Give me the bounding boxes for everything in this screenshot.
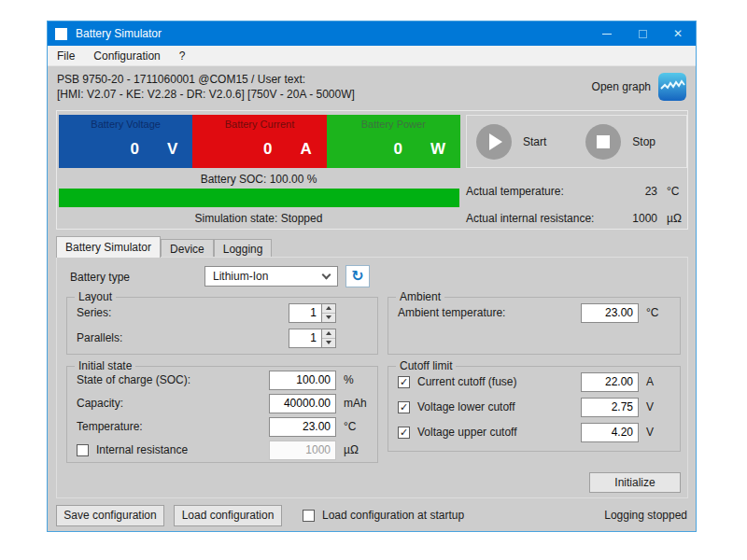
battery-power-unit: W <box>430 140 445 159</box>
device-header: PSB 9750-20 - 1711060001 @COM15 / User t… <box>48 67 696 106</box>
actual-temperature-row: Actual temperature: 23 °C <box>466 179 687 203</box>
start-button[interactable]: Start <box>476 124 546 160</box>
battery-power-value: 0 <box>393 140 402 159</box>
current-cutoff-row: Current cutoff (fuse) A <box>398 371 670 392</box>
battery-soc-label: Battery SOC: 100.00 % <box>57 173 460 186</box>
capacity-unit: mAh <box>336 397 368 410</box>
series-input[interactable] <box>289 303 322 323</box>
battery-type-value: Lithium-Ion <box>213 270 268 283</box>
ambient-group-title: Ambient <box>396 290 444 303</box>
voltage-lower-cutoff-checkbox[interactable] <box>398 401 410 413</box>
battery-power-title: Battery Power <box>327 115 460 130</box>
menu-configuration[interactable]: Configuration <box>84 46 169 65</box>
battery-voltage-title: Battery Voltage <box>59 115 192 130</box>
logging-status: Logging stopped <box>604 509 687 522</box>
ambient-temperature-row: Ambient temperature: °C <box>398 302 670 323</box>
actual-temperature-value: 23 <box>616 185 657 198</box>
voltage-upper-cutoff-unit: V <box>639 426 670 439</box>
tab-device[interactable]: Device <box>161 239 214 258</box>
battery-simulator-tab-panel: Battery type Lithium-Ion ↻ Layout Series… <box>56 257 688 498</box>
temperature-input[interactable] <box>269 417 336 437</box>
battery-type-dropdown[interactable]: Lithium-Ion <box>204 266 338 287</box>
minimize-button[interactable] <box>589 21 625 46</box>
tab-logging[interactable]: Logging <box>214 239 273 258</box>
open-graph-label: Open graph <box>592 80 651 93</box>
internal-resistance-unit: µΩ <box>336 443 368 456</box>
ambient-temperature-unit: °C <box>639 306 670 319</box>
battery-current-title: Battery Current <box>192 115 326 130</box>
soc-input[interactable] <box>269 371 336 390</box>
ambient-temperature-input[interactable] <box>581 303 639 323</box>
ambient-temperature-label: Ambient temperature: <box>398 306 581 319</box>
stop-icon <box>585 124 621 160</box>
voltage-lower-cutoff-input[interactable] <box>581 398 639 417</box>
load-configuration-button[interactable]: Load configuration <box>174 505 282 526</box>
initialize-button[interactable]: Initialize <box>589 472 681 493</box>
menu-file[interactable]: File <box>48 46 84 65</box>
current-cutoff-unit: A <box>639 375 670 388</box>
app-icon <box>55 28 67 40</box>
voltage-lower-cutoff-label: Voltage lower cutoff <box>417 400 515 413</box>
series-up-button[interactable] <box>322 304 335 314</box>
temperature-label: Temperature: <box>77 420 269 433</box>
save-configuration-button[interactable]: Save configuration <box>56 505 164 526</box>
voltage-upper-cutoff-checkbox[interactable] <box>398 427 410 439</box>
layout-group: Layout Series: Parallels: <box>66 297 378 355</box>
internal-resistance-checkbox[interactable] <box>77 444 89 456</box>
parallels-label: Parallels: <box>77 331 289 344</box>
startup-checkbox[interactable] <box>303 510 315 522</box>
app-window: Battery Simulator ✕ File Configuration ?… <box>47 21 697 532</box>
parallels-stepper <box>289 329 336 348</box>
actual-temperature-label: Actual temperature: <box>466 185 616 198</box>
capacity-label: Capacity: <box>77 397 269 410</box>
stop-button[interactable]: Stop <box>585 124 655 160</box>
measurement-section: Battery Voltage 0 V Battery Current 0 A … <box>56 110 688 230</box>
actual-resistance-unit: µΩ <box>657 212 687 225</box>
start-label: Start <box>523 135 546 148</box>
actual-resistance-label: Actual internal resistance: <box>466 212 616 225</box>
voltage-upper-cutoff-label: Voltage upper cutoff <box>417 426 517 439</box>
soc-row: State of charge (SOC): % <box>77 370 368 390</box>
close-button[interactable]: ✕ <box>660 21 696 46</box>
capacity-input[interactable] <box>269 394 336 413</box>
value-displays: Battery Voltage 0 V Battery Current 0 A … <box>59 115 460 168</box>
soc-unit: % <box>336 373 368 386</box>
actual-resistance-value: 1000 <box>616 212 657 225</box>
series-down-button[interactable] <box>322 314 335 322</box>
voltage-upper-cutoff-input[interactable] <box>581 423 639 442</box>
battery-type-label: Battery type <box>70 271 130 284</box>
tab-strip: Battery Simulator Device Logging <box>56 236 272 258</box>
footer-bar: Save configuration Load configuration Lo… <box>56 504 687 526</box>
device-info-line2: [HMI: V2.07 - KE: V2.28 - DR: V2.0.6] [7… <box>57 87 355 102</box>
actual-temperature-unit: °C <box>657 185 687 198</box>
tab-battery-simulator[interactable]: Battery Simulator <box>56 236 161 258</box>
battery-voltage-value: 0 <box>131 140 139 159</box>
close-icon: ✕ <box>673 27 683 40</box>
device-info-line1: PSB 9750-20 - 1711060001 @COM15 / User t… <box>57 72 355 87</box>
internal-resistance-label: Internal resistance <box>96 443 188 456</box>
initial-state-group-title: Initial state <box>75 359 135 372</box>
temperature-unit: °C <box>336 420 368 433</box>
simulation-state-label: Simulation state: Stopped <box>57 212 460 225</box>
start-stop-panel: Start Stop <box>466 115 687 168</box>
parallels-input[interactable] <box>289 329 322 348</box>
parallels-row: Parallels: <box>77 328 368 348</box>
window-title: Battery Simulator <box>76 27 162 40</box>
minimize-icon <box>602 34 612 35</box>
current-cutoff-input[interactable] <box>581 372 639 392</box>
internal-resistance-row: Internal resistance µΩ <box>77 440 368 460</box>
menu-help[interactable]: ? <box>170 46 195 65</box>
open-graph-button[interactable]: Open graph <box>592 73 686 101</box>
battery-voltage-display: Battery Voltage 0 V <box>59 115 192 168</box>
current-cutoff-checkbox[interactable] <box>398 376 410 388</box>
load-configuration-at-startup: Load configuration at startup <box>303 509 464 522</box>
graph-icon <box>658 73 686 101</box>
voltage-lower-cutoff-row: Voltage lower cutoff V <box>398 397 670 417</box>
parallels-up-button[interactable] <box>322 329 335 339</box>
refresh-battery-type-button[interactable]: ↻ <box>345 265 370 287</box>
voltage-lower-cutoff-unit: V <box>639 400 670 413</box>
maximize-button[interactable] <box>625 21 660 46</box>
parallels-down-button[interactable] <box>322 339 335 347</box>
series-row: Series: <box>77 302 368 323</box>
chevron-down-icon <box>322 270 331 279</box>
